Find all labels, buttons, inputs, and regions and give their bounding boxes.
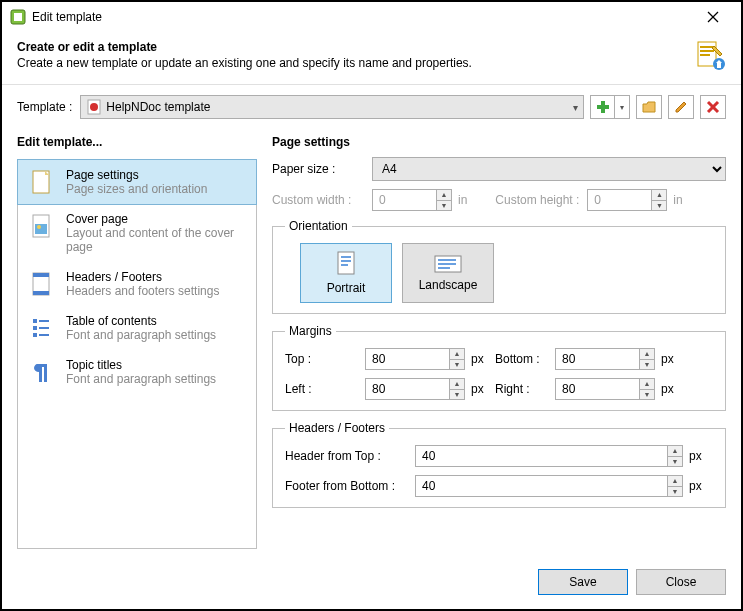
header-from-top-label: Header from Top :: [285, 449, 415, 463]
svg-rect-34: [438, 259, 456, 261]
svg-rect-29: [338, 252, 354, 274]
svg-rect-31: [341, 260, 351, 262]
open-template-button[interactable]: [636, 95, 662, 119]
svg-rect-27: [33, 333, 37, 337]
margin-right-label: Right :: [495, 382, 555, 396]
landscape-button[interactable]: Landscape: [402, 243, 494, 303]
svg-rect-35: [438, 263, 456, 265]
svg-rect-28: [39, 334, 49, 336]
window-title: Edit template: [32, 10, 693, 24]
cover-page-icon: [28, 212, 56, 254]
svg-point-19: [37, 225, 41, 229]
headers-footers-group: Headers / Footers Header from Top : 40▲▼…: [272, 421, 726, 508]
custom-height-input[interactable]: 0▲▼: [587, 189, 667, 211]
footer-from-bottom-label: Footer from Bottom :: [285, 479, 415, 493]
paper-size-label: Paper size :: [272, 162, 372, 176]
app-icon: [10, 9, 26, 25]
main-title: Page settings: [272, 129, 726, 157]
template-row: Template : HelpNDoc template ▾ ▾: [2, 85, 741, 129]
template-label: Template :: [17, 100, 72, 114]
toc-icon: [28, 314, 56, 342]
svg-rect-30: [341, 256, 351, 258]
svg-rect-32: [341, 264, 348, 266]
margin-left-input[interactable]: 80▲▼: [365, 378, 465, 400]
paragraph-icon: [28, 358, 56, 386]
template-select[interactable]: HelpNDoc template ▾: [80, 95, 584, 119]
svg-rect-18: [35, 224, 47, 234]
sidebar: Edit template... Page settingsPage sizes…: [17, 129, 257, 549]
svg-rect-23: [33, 319, 37, 323]
margin-bottom-label: Bottom :: [495, 352, 555, 366]
footer-from-bottom-input[interactable]: 40▲▼: [415, 475, 683, 497]
sidebar-item-topic-titles[interactable]: Topic titlesFont and paragraph settings: [18, 350, 256, 394]
margin-left-label: Left :: [285, 382, 365, 396]
footer: Save Close: [2, 559, 741, 609]
template-selected: HelpNDoc template: [106, 100, 210, 114]
edit-template-window: Edit template Create or edit a template …: [2, 2, 741, 609]
svg-rect-36: [438, 267, 450, 269]
main-panel: Page settings Paper size : A4 Custom wid…: [272, 129, 726, 549]
add-template-button[interactable]: ▾: [590, 95, 630, 119]
svg-rect-21: [33, 273, 49, 277]
titlebar: Edit template: [2, 2, 741, 32]
margin-right-input[interactable]: 80▲▼: [555, 378, 655, 400]
sidebar-title: Edit template...: [17, 129, 257, 159]
sidebar-item-headers-footers[interactable]: Headers / FootersHeaders and footers set…: [18, 262, 256, 306]
header: Create or edit a template Create a new t…: [2, 32, 741, 85]
orientation-group: Orientation Portrait Landscape: [272, 219, 726, 314]
portrait-button[interactable]: Portrait: [300, 243, 392, 303]
save-button[interactable]: Save: [538, 569, 628, 595]
delete-template-button[interactable]: [700, 95, 726, 119]
custom-height-label: Custom height :: [487, 193, 587, 207]
edit-template-button[interactable]: [668, 95, 694, 119]
custom-width-label: Custom width :: [272, 193, 372, 207]
sidebar-item-cover-page[interactable]: Cover pageLayout and content of the cove…: [18, 204, 256, 262]
header-subtitle: Create a new template or update an exist…: [17, 56, 694, 70]
chevron-down-icon: ▾: [573, 102, 578, 113]
margin-top-input[interactable]: 80▲▼: [365, 348, 465, 370]
sidebar-item-page-settings[interactable]: Page settingsPage sizes and orientation: [17, 159, 257, 205]
sidebar-item-toc[interactable]: Table of contentsFont and paragraph sett…: [18, 306, 256, 350]
pdf-icon: [86, 99, 102, 115]
custom-width-input[interactable]: 0▲▼: [372, 189, 452, 211]
close-button[interactable]: Close: [636, 569, 726, 595]
margins-group: Margins Top : 80▲▼ px Bottom : 80▲▼ px L…: [272, 324, 726, 411]
svg-rect-26: [39, 327, 49, 329]
svg-rect-25: [33, 326, 37, 330]
svg-rect-24: [39, 320, 49, 322]
svg-rect-22: [33, 291, 49, 295]
svg-rect-7: [700, 54, 710, 56]
margin-bottom-input[interactable]: 80▲▼: [555, 348, 655, 370]
header-icon: [694, 40, 726, 72]
svg-rect-9: [717, 63, 721, 68]
margin-top-label: Top :: [285, 352, 365, 366]
svg-rect-1: [14, 13, 22, 21]
window-close-button[interactable]: [693, 2, 733, 32]
svg-rect-6: [700, 50, 714, 52]
paper-size-select[interactable]: A4: [372, 157, 726, 181]
headers-footers-icon: [28, 270, 56, 298]
svg-rect-13: [597, 105, 609, 109]
svg-point-11: [90, 103, 98, 111]
header-from-top-input[interactable]: 40▲▼: [415, 445, 683, 467]
page-icon: [28, 168, 56, 196]
header-title: Create or edit a template: [17, 40, 694, 54]
